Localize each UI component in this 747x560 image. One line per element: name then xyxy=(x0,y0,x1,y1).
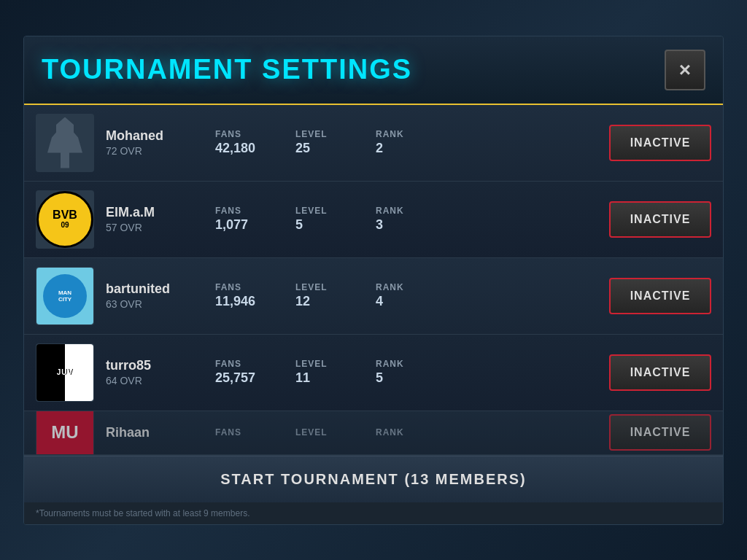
fans-label: FANS xyxy=(215,129,274,139)
level-block: LEVEL 5 xyxy=(295,206,354,233)
player-ovr: 57 OVR xyxy=(106,222,193,233)
level-value: 11 xyxy=(295,370,354,386)
fans-label: FANS xyxy=(215,206,274,216)
inactive-button[interactable]: INACTIVE xyxy=(609,354,711,391)
level-label: LEVEL xyxy=(295,282,354,292)
level-block: LEVEL 25 xyxy=(295,129,354,156)
rank-block: RANK 3 xyxy=(376,206,434,233)
level-block: LEVEL 11 xyxy=(295,359,354,386)
player-info: bartunited 63 OVR FANS 11,946 LEVEL 12 R… xyxy=(106,281,597,310)
juventus-club-icon: JUV xyxy=(36,344,93,401)
inactive-button[interactable]: INACTIVE xyxy=(609,125,711,161)
rank-value: 5 xyxy=(376,370,434,386)
fans-block: FANS 11,946 xyxy=(215,282,274,309)
modal-title: TOURNAMENT SETTINGS xyxy=(42,54,412,85)
player-ovr: 63 OVR xyxy=(106,298,193,310)
rank-label: RANK xyxy=(376,206,434,216)
player-name: turro85 xyxy=(106,358,193,373)
fans-value: 1,077 xyxy=(215,217,274,233)
modal-footer: START TOURNAMENT (13 Members) *Tournamen… xyxy=(24,455,723,524)
inactive-button[interactable]: INACTIVE xyxy=(609,278,711,314)
level-label: LEVEL xyxy=(295,129,354,139)
level-block: LEVEL 12 xyxy=(295,282,354,309)
table-row: MANCITY bartunited 63 OVR FANS 11,946 LE… xyxy=(24,258,723,335)
player-info: Rihaan FANS LEVEL RANK xyxy=(106,425,597,440)
level-label: LEVEL xyxy=(295,359,354,369)
disclaimer-text: *Tournaments must be started with at lea… xyxy=(24,502,723,524)
rank-block: RANK 2 xyxy=(376,129,434,156)
fans-label: FANS xyxy=(215,427,274,438)
fans-label: FANS xyxy=(215,359,274,369)
player-info: Mohaned 72 OVR FANS 42,180 LEVEL 25 RANK… xyxy=(106,128,597,157)
modal-header: TOURNAMENT SETTINGS × xyxy=(24,36,723,105)
tournament-settings-modal: TOURNAMENT SETTINGS × Mohaned 72 OVR FAN… xyxy=(23,36,724,525)
table-row: MU Rihaan FANS LEVEL RANK xyxy=(24,411,723,455)
player-ovr: 72 OVR xyxy=(106,145,193,157)
fans-block: FANS 42,180 xyxy=(215,129,274,156)
level-value: 12 xyxy=(295,294,354,309)
fans-block: FANS xyxy=(215,427,274,438)
rank-label: RANK xyxy=(376,282,434,292)
avatar xyxy=(36,114,94,172)
rank-value: 3 xyxy=(376,217,434,233)
player-name: Rihaan xyxy=(106,425,193,440)
fans-value: 11,946 xyxy=(215,294,274,309)
rank-block: RANK xyxy=(376,427,434,438)
player-name-block: Rihaan xyxy=(106,425,193,440)
player-name-block: bartunited 63 OVR xyxy=(106,281,193,310)
fans-value: 42,180 xyxy=(215,141,274,156)
level-block: LEVEL xyxy=(295,427,354,438)
level-label: LEVEL xyxy=(295,427,354,438)
fans-block: FANS 1,077 xyxy=(215,206,274,233)
player-name-block: ElM.a.M 57 OVR xyxy=(106,205,193,233)
fans-label: FANS xyxy=(215,282,274,292)
level-label: LEVEL xyxy=(295,206,354,216)
player-name: bartunited xyxy=(106,281,193,297)
start-tournament-button[interactable]: START TOURNAMENT (13 Members) xyxy=(24,456,723,502)
table-row: Mohaned 72 OVR FANS 42,180 LEVEL 25 RANK… xyxy=(24,105,723,182)
rank-label: RANK xyxy=(376,427,434,438)
rank-label: RANK xyxy=(376,129,434,139)
rank-value: 2 xyxy=(376,141,434,156)
manutd-club-icon: MU xyxy=(36,411,93,455)
rank-label: RANK xyxy=(376,359,434,369)
avatar: JUV xyxy=(36,343,94,402)
avatar: BVB 09 xyxy=(36,190,94,249)
bvb-club-icon: BVB 09 xyxy=(36,191,93,248)
player-name: Mohaned xyxy=(106,128,193,144)
avatar: MU xyxy=(36,411,94,455)
level-value: 5 xyxy=(295,217,354,233)
player-name: ElM.a.M xyxy=(106,205,193,220)
rank-block: RANK 5 xyxy=(376,359,434,386)
player-ovr: 64 OVR xyxy=(106,375,193,386)
inactive-button[interactable]: INACTIVE xyxy=(609,201,711,238)
page-overlay: TOURNAMENT SETTINGS × Mohaned 72 OVR FAN… xyxy=(0,0,747,560)
player-name-block: turro85 64 OVR xyxy=(106,358,193,386)
table-row: BVB 09 ElM.a.M 57 OVR FANS 1,077 LEVEL xyxy=(24,182,723,258)
avatar: MANCITY xyxy=(36,267,94,325)
rank-block: RANK 4 xyxy=(376,282,434,309)
player-name-block: Mohaned 72 OVR xyxy=(106,128,193,157)
avatar-silhouette-icon xyxy=(43,117,87,168)
player-info: turro85 64 OVR FANS 25,757 LEVEL 11 RANK… xyxy=(106,358,597,386)
table-row: JUV turro85 64 OVR FANS 25,757 LEVEL xyxy=(24,335,723,411)
inactive-button[interactable]: INACTIVE xyxy=(609,414,711,451)
player-list: Mohaned 72 OVR FANS 42,180 LEVEL 25 RANK… xyxy=(24,105,723,455)
mancity-club-icon: MANCITY xyxy=(36,268,93,324)
rank-value: 4 xyxy=(376,294,434,309)
level-value: 25 xyxy=(295,141,354,156)
close-button[interactable]: × xyxy=(665,50,705,90)
fans-value: 25,757 xyxy=(215,370,274,386)
player-info: ElM.a.M 57 OVR FANS 1,077 LEVEL 5 RANK 3 xyxy=(106,205,597,233)
fans-block: FANS 25,757 xyxy=(215,359,274,386)
